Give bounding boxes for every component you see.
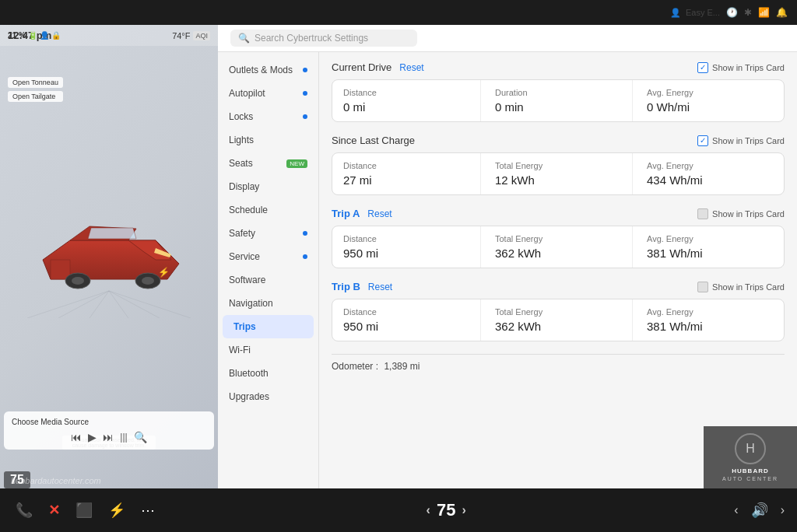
speed-left-arrow[interactable]: ‹ bbox=[427, 503, 430, 517]
trip-b-total-energy-value: 362 kWh bbox=[495, 320, 621, 333]
current-drive-checkbox[interactable]: ✓ bbox=[697, 62, 708, 73]
sidebar-item-locks[interactable]: Locks bbox=[218, 105, 318, 128]
logo-main-text: HUBBARD bbox=[732, 467, 768, 474]
trip-a-avg-energy-label: Avg. Energy bbox=[647, 234, 773, 243]
aqi-icon: AQI bbox=[193, 31, 210, 40]
since-last-charge-title: Since Last Charge bbox=[332, 135, 415, 146]
current-drive-header-left: Current Drive Reset bbox=[332, 61, 424, 73]
media-controls[interactable]: ⏮ ▶ ⏭ ||| 🔍 bbox=[12, 431, 206, 443]
nav-label: Seats bbox=[229, 158, 253, 169]
since-last-charge-energy-card: Total Energy 12 kWh bbox=[484, 153, 633, 194]
nav-label: Navigation bbox=[229, 298, 273, 309]
svg-point-13 bbox=[72, 277, 84, 285]
search-placeholder: Search Cybertruck Settings bbox=[255, 33, 368, 44]
nav-dot bbox=[303, 68, 307, 72]
search-bar[interactable]: 🔍 Search Cybertruck Settings bbox=[230, 30, 417, 47]
nav-label: Safety bbox=[229, 228, 255, 239]
user-name: Easy E... bbox=[686, 8, 720, 17]
more-icon[interactable]: ⋯ bbox=[138, 499, 158, 522]
volume-taskbar-icon[interactable]: 🔊 bbox=[748, 499, 771, 522]
sidebar-item-safety[interactable]: Safety bbox=[218, 222, 318, 245]
odometer-value: 1,389 mi bbox=[384, 361, 420, 372]
trip-b-total-energy-card: Total Energy 362 kWh bbox=[484, 299, 633, 341]
user-area: 👤 Easy E... bbox=[670, 8, 720, 18]
close-icon[interactable]: ✕ bbox=[45, 499, 63, 522]
current-drive-section: Current Drive Reset ✓ Show in Trips Card… bbox=[332, 61, 785, 122]
layers-icon[interactable]: ⬛ bbox=[72, 499, 96, 522]
since-last-charge-show-in-trips[interactable]: ✓ Show in Trips Card bbox=[697, 135, 785, 146]
current-drive-distance-label: Distance bbox=[343, 88, 469, 97]
trip-a-reset-button[interactable]: Reset bbox=[367, 208, 391, 219]
sidebar-item-upgrades[interactable]: Upgrades bbox=[218, 385, 318, 408]
since-last-charge-header-left: Since Last Charge bbox=[332, 135, 415, 146]
current-drive-show-in-trips[interactable]: ✓ Show in Trips Card bbox=[697, 62, 785, 73]
trip-b-checkbox[interactable] bbox=[697, 282, 708, 292]
sidebar-item-trips[interactable]: Trips bbox=[223, 315, 314, 338]
current-drive-reset-button[interactable]: Reset bbox=[399, 62, 423, 73]
trip-a-show-in-trips[interactable]: Show in Trips Card bbox=[697, 208, 785, 219]
sidebar-item-service[interactable]: Service bbox=[218, 245, 318, 268]
sidebar-item-bluetooth[interactable]: Bluetooth bbox=[218, 362, 318, 385]
trip-b-show-in-trips[interactable]: Show in Trips Card bbox=[697, 282, 785, 292]
odometer-bar: Odometer : 1,389 mi bbox=[332, 354, 785, 378]
since-last-charge-total-energy-label: Total Energy bbox=[495, 161, 621, 170]
bluetooth-taskbar-icon[interactable]: ⚡ bbox=[105, 499, 128, 522]
trip-a-header-left: Trip A Reset bbox=[332, 208, 392, 219]
nav-label: Schedule bbox=[229, 205, 268, 215]
prev-button[interactable]: ⏮ bbox=[71, 431, 82, 443]
trip-a-checkbox[interactable] bbox=[697, 208, 708, 219]
vehicle-top-bar: 21 % 🔋 👤 🔒 12:47 pm 74°F AQI bbox=[0, 25, 218, 46]
sidebar-item-schedule[interactable]: Schedule bbox=[218, 198, 318, 222]
settings-topbar: 🔍 Search Cybertruck Settings bbox=[218, 25, 797, 52]
current-drive-duration-value: 0 min bbox=[495, 100, 621, 114]
trip-a-total-energy-value: 362 kWh bbox=[495, 247, 621, 260]
since-last-charge-avg-energy-value: 434 Wh/mi bbox=[647, 173, 773, 187]
since-last-charge-distance-label: Distance bbox=[343, 161, 469, 170]
play-button[interactable]: ▶ bbox=[88, 431, 97, 443]
current-drive-duration-label: Duration bbox=[495, 88, 621, 97]
since-last-charge-avg-energy-label: Avg. Energy bbox=[647, 161, 773, 170]
nav-right-arrow[interactable]: › bbox=[781, 503, 785, 517]
status-icons: 🕐 ✱ 📶 🔔 bbox=[726, 7, 788, 18]
sidebar-item-autopilot[interactable]: Autopilot bbox=[218, 82, 318, 105]
current-drive-title: Current Drive bbox=[332, 61, 391, 73]
open-tonneau-label[interactable]: Open Tonneau bbox=[8, 77, 63, 88]
trip-b-reset-button[interactable]: Reset bbox=[368, 282, 392, 292]
open-labels: Open Tonneau Open Tailgate bbox=[8, 77, 63, 102]
taskbar: 📞 ✕ ⬛ ⚡ ⋯ ‹ 75 › ‹ 🔊 › bbox=[0, 488, 797, 532]
nav-label: Locks bbox=[229, 111, 253, 122]
nav-badge-new: NEW bbox=[286, 159, 307, 168]
sidebar-item-seats[interactable]: Seats NEW bbox=[218, 152, 318, 175]
svg-line-5 bbox=[109, 291, 191, 318]
trip-b-distance-card: Distance 950 mi bbox=[332, 299, 481, 341]
sidebar-item-wifi[interactable]: Wi-Fi bbox=[218, 338, 318, 362]
trip-a-title: Trip A bbox=[332, 208, 360, 219]
sidebar-item-outlets-mods[interactable]: Outlets & Mods bbox=[218, 58, 318, 82]
since-last-charge-total-energy-value: 12 kWh bbox=[495, 173, 621, 187]
phone-icon[interactable]: 📞 bbox=[12, 499, 36, 522]
sidebar-item-display[interactable]: Display bbox=[218, 175, 318, 198]
sidebar-item-lights[interactable]: Lights bbox=[218, 128, 318, 152]
search-media-button[interactable]: 🔍 bbox=[134, 431, 147, 443]
svg-line-4 bbox=[109, 291, 160, 318]
logo-overlay: H HUBBARD AUTO CENTER bbox=[704, 426, 797, 488]
battery-indicator: 21 % 🔋 👤 🔒 bbox=[8, 31, 61, 40]
sidebar-item-navigation[interactable]: Navigation bbox=[218, 292, 318, 315]
taskbar-left: 📞 ✕ ⬛ ⚡ ⋯ bbox=[12, 499, 158, 522]
speed-right-arrow[interactable]: › bbox=[462, 503, 465, 517]
show-in-trips-label-3: Show in Trips Card bbox=[712, 209, 785, 219]
show-in-trips-label-4: Show in Trips Card bbox=[712, 282, 785, 292]
since-last-charge-checkbox[interactable]: ✓ bbox=[697, 135, 708, 146]
nav-left-arrow[interactable]: ‹ bbox=[734, 503, 738, 517]
trip-b-title: Trip B bbox=[332, 281, 360, 292]
since-last-charge-avg-energy-card: Avg. Energy 434 Wh/mi bbox=[636, 153, 784, 194]
logo-sub-text: AUTO CENTER bbox=[722, 476, 778, 481]
sidebar-item-software[interactable]: Software bbox=[218, 268, 318, 292]
eq-button[interactable]: ||| bbox=[120, 432, 127, 443]
next-button[interactable]: ⏭ bbox=[103, 431, 114, 443]
trip-b-distance-value: 950 mi bbox=[343, 320, 469, 333]
svg-text:⚡: ⚡ bbox=[158, 266, 170, 278]
svg-point-15 bbox=[142, 277, 154, 285]
watermark: hubbardautocenter.com bbox=[11, 476, 101, 485]
open-tailgate-label[interactable]: Open Tailgate bbox=[8, 91, 63, 102]
